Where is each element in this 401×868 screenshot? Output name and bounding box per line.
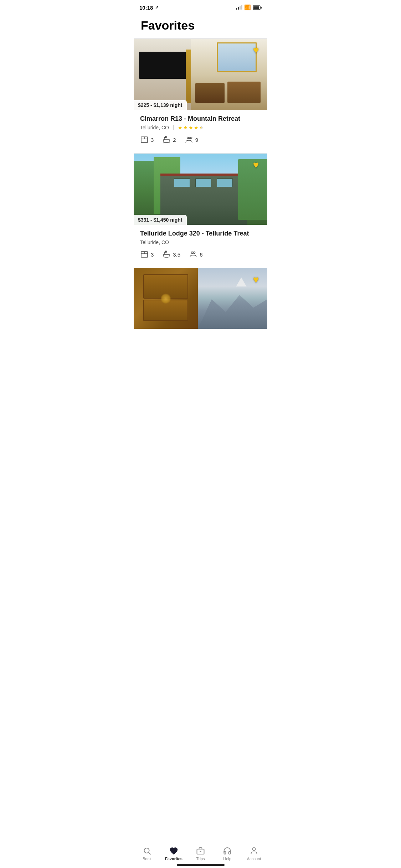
svg-point-13 <box>194 252 195 254</box>
card-amenities-2: 3 3.5 6 <box>140 250 261 259</box>
listing-card-2[interactable]: ♥ $331 - $1,450 night Telluride Lodge 32… <box>134 154 267 265</box>
bath-icon-2 <box>162 250 171 259</box>
location-divider-1 <box>173 125 174 130</box>
card-image-wrapper-1: ♥ $225 - $1,139 night <box>134 39 267 110</box>
bedroom-icon-1 <box>140 135 149 144</box>
bath-icon-1 <box>162 135 171 144</box>
bedrooms-amenity-2: 3 <box>140 250 154 259</box>
bathrooms-amenity-2: 3.5 <box>162 250 180 259</box>
card-info-2: Telluride Lodge 320 - Telluride Treat Te… <box>134 225 267 265</box>
listing-card-3[interactable]: ♥ <box>134 268 267 329</box>
svg-rect-2 <box>261 7 262 9</box>
bathrooms-amenity-1: 2 <box>162 135 176 144</box>
guests-icon-1 <box>185 135 193 144</box>
listing-card-1[interactable]: ♥ $225 - $1,139 night Cimarron R13 - Mou… <box>134 39 267 150</box>
status-time: 10:18 ↗ <box>139 5 159 11</box>
bedrooms-amenity-1: 3 <box>140 135 154 144</box>
signal-icon <box>236 5 242 10</box>
favorite-button-2[interactable]: ♥ <box>250 159 262 171</box>
favorite-button-3[interactable]: ♥ <box>250 273 262 286</box>
heart-icon-2: ♥ <box>253 159 259 171</box>
card-title-1: Cimarron R13 - Mountain Retreat <box>140 115 261 123</box>
heart-icon-1: ♥ <box>253 45 259 56</box>
listings-container: ♥ $225 - $1,139 night Cimarron R13 - Mou… <box>134 39 267 367</box>
price-badge-2: $331 - $1,450 night <box>134 215 187 225</box>
location-arrow-icon: ↗ <box>155 5 159 10</box>
guests-amenity-2: 6 <box>189 250 202 259</box>
svg-point-8 <box>191 137 192 139</box>
svg-point-6 <box>187 137 189 139</box>
status-icons: 📶 <box>236 4 262 11</box>
card-location-2: Telluride, CO <box>140 239 169 245</box>
price-badge-1: $225 - $1,139 night <box>134 100 187 110</box>
card-location-1: Telluride, CO <box>140 125 169 130</box>
card-info-1: Cimarron R13 - Mountain Retreat Tellurid… <box>134 110 267 150</box>
card-location-row-1: Telluride, CO ★ ★ ★ ★ ★ ★ <box>140 125 261 130</box>
page-title: Favorites <box>134 13 267 38</box>
svg-rect-1 <box>253 6 259 9</box>
card-location-row-2: Telluride, CO <box>140 239 261 245</box>
status-bar: 10:18 ↗ 📶 <box>134 0 267 13</box>
bedroom-icon-2 <box>140 250 149 259</box>
battery-icon <box>253 5 262 10</box>
svg-point-12 <box>191 252 193 254</box>
stars-row-1: ★ ★ ★ ★ ★ ★ <box>178 125 204 130</box>
wifi-icon: 📶 <box>244 4 251 11</box>
card-image-wrapper-3: ♥ <box>134 268 267 329</box>
card-amenities-1: 3 2 <box>140 135 261 144</box>
favorite-button-1[interactable]: ♥ <box>250 44 262 57</box>
guests-icon-2 <box>189 250 197 259</box>
heart-icon-3: ♥ <box>253 274 259 285</box>
guests-amenity-1: 9 <box>185 135 198 144</box>
card-image-wrapper-2: ♥ $331 - $1,450 night <box>134 154 267 225</box>
card-title-2: Telluride Lodge 320 - Telluride Treat <box>140 230 261 237</box>
